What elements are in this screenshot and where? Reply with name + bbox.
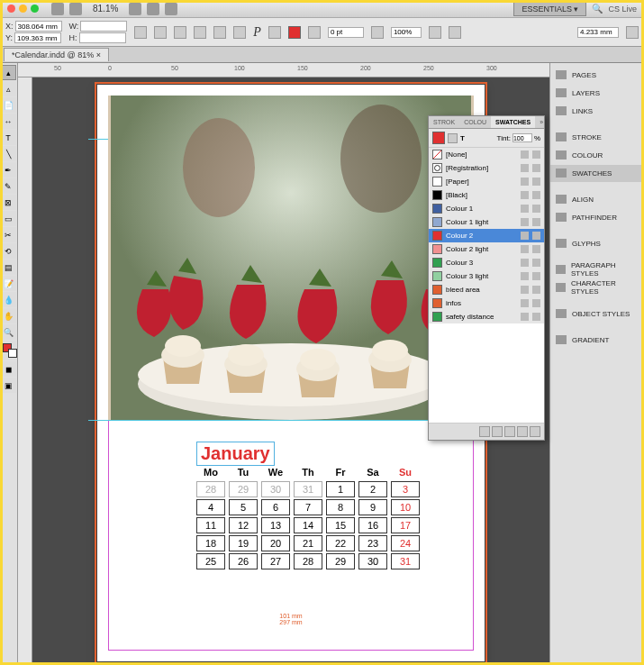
calendar-day-cell[interactable]: 23 <box>358 535 387 551</box>
flip-v-icon[interactable] <box>233 26 246 39</box>
scale-x-icon[interactable] <box>134 26 147 39</box>
formatting-container-icon[interactable] <box>448 133 458 143</box>
view-options-icon[interactable] <box>129 3 141 15</box>
align-panel-button[interactable]: ALIGN <box>550 191 644 208</box>
swatches-list[interactable]: [None][Registration][Paper][Black]Colour… <box>429 148 544 323</box>
pencil-tool[interactable]: ✎ <box>0 178 16 194</box>
workspace-switcher[interactable]: ESSENTIALS ▾ <box>513 2 586 16</box>
swatch-row[interactable]: Colour 1 light <box>429 215 544 229</box>
calendar-day-cell[interactable]: 30 <box>261 481 290 497</box>
stroke-weight-input[interactable] <box>328 27 364 38</box>
eyedropper-tool[interactable]: 💧 <box>0 292 16 307</box>
calendar-day-cell[interactable]: 29 <box>326 553 355 569</box>
panel-menu-icon[interactable] <box>626 26 639 39</box>
calendar-day-cell[interactable]: 19 <box>229 535 258 551</box>
calendar-day-cell[interactable]: 27 <box>261 553 290 569</box>
calendar-day-cell[interactable]: 30 <box>358 553 387 569</box>
paragraph-styles-panel-button[interactable]: PARAGRAPH STYLES <box>550 261 644 278</box>
paragraph-style-icon[interactable]: P <box>253 25 261 40</box>
direct-selection-tool[interactable]: ▵ <box>0 81 16 96</box>
calendar-day-cell[interactable]: 29 <box>229 481 258 497</box>
fit-frame-icon[interactable] <box>449 26 461 39</box>
show-all-swatches-icon[interactable] <box>479 426 490 437</box>
swatch-row[interactable]: Colour 3 <box>429 256 544 269</box>
x-input[interactable] <box>15 21 62 32</box>
show-gradient-swatches-icon[interactable] <box>504 426 515 437</box>
rotate-icon[interactable] <box>174 26 186 39</box>
show-color-swatches-icon[interactable] <box>492 426 503 437</box>
swatch-row[interactable]: infos <box>429 296 544 310</box>
calendar-day-cell[interactable]: 26 <box>229 553 258 569</box>
colour-tab[interactable]: COLOU <box>459 116 491 128</box>
pen-tool[interactable]: ✒ <box>0 162 16 178</box>
calendar-day-cell[interactable]: 5 <box>229 499 258 515</box>
selection-tool[interactable]: ▴ <box>0 65 16 80</box>
screen-mode-icon[interactable] <box>147 3 159 15</box>
calendar-day-cell[interactable]: 13 <box>261 517 290 533</box>
new-swatch-icon[interactable] <box>517 426 528 437</box>
note-tool[interactable]: 📝 <box>0 276 16 291</box>
cs-live-button[interactable]: CS Live <box>608 5 637 14</box>
apply-color-icon[interactable]: ◼ <box>0 361 16 377</box>
calendar-day-cell[interactable]: 9 <box>358 499 387 515</box>
pages-panel-button[interactable]: PAGES <box>550 67 644 84</box>
document-tab[interactable]: *Calendar.indd @ 81% × <box>4 48 109 61</box>
fill-stroke-swatch[interactable] <box>0 341 16 360</box>
opacity-input[interactable] <box>391 27 422 38</box>
swatch-row[interactable]: [Black] <box>429 188 544 202</box>
flip-h-icon[interactable] <box>213 26 226 39</box>
gap-tool[interactable]: ↔ <box>0 114 16 129</box>
object-styles-panel-button[interactable]: OBJECT STYLES <box>550 305 644 323</box>
calendar-day-cell[interactable]: 10 <box>391 499 420 515</box>
calendar-day-cell[interactable]: 8 <box>326 499 355 515</box>
fit-content-icon[interactable] <box>429 26 441 39</box>
swatch-row[interactable]: Colour 2 <box>429 229 544 242</box>
gradient-tool[interactable]: ▤ <box>0 260 16 275</box>
delete-swatch-icon[interactable] <box>530 426 540 437</box>
layers-panel-button[interactable]: LAYERS <box>550 85 644 102</box>
page-tool[interactable]: 📄 <box>0 97 16 113</box>
swatch-row[interactable]: [Paper] <box>429 175 544 188</box>
swatch-row[interactable]: Colour 2 light <box>429 242 544 256</box>
document-page[interactable]: January MoTuWeThFrSaSu282930311234567891… <box>97 85 485 661</box>
minimize-window-icon[interactable] <box>19 5 27 13</box>
zoom-level[interactable]: 81.1% <box>87 4 123 14</box>
swatches-tab[interactable]: SWATCHES <box>491 116 535 128</box>
rectangle-tool[interactable]: ▭ <box>0 211 16 226</box>
line-tool[interactable]: ╲ <box>0 146 16 161</box>
calendar-day-cell[interactable]: 20 <box>261 535 290 551</box>
glyphs-panel-button[interactable]: GLYPHS <box>550 235 644 252</box>
app-icon[interactable] <box>51 3 64 15</box>
stroke-swatch[interactable] <box>308 26 321 39</box>
calendar-day-cell[interactable]: 7 <box>294 499 322 515</box>
calendar-month-title[interactable]: January <box>196 442 275 466</box>
effects-icon[interactable] <box>371 26 384 39</box>
panel-collapse-icon[interactable]: » <box>535 116 548 128</box>
swatches-floating-panel[interactable]: STROK COLOU SWATCHES » T Tint: % [None][… <box>428 115 545 441</box>
swatch-row[interactable]: Colour 3 light <box>429 269 544 283</box>
swatch-row[interactable]: safety distance <box>429 310 544 323</box>
window-controls[interactable] <box>7 5 39 13</box>
calendar-day-cell[interactable]: 16 <box>358 517 387 533</box>
calendar-day-cell[interactable]: 1 <box>326 481 355 497</box>
vertical-ruler[interactable] <box>18 77 32 665</box>
current-fill-swatch[interactable] <box>432 132 445 144</box>
stroke-tab[interactable]: STROK <box>429 116 459 128</box>
calendar-day-cell[interactable]: 31 <box>391 553 420 569</box>
calendar-day-cell[interactable]: 3 <box>391 481 420 497</box>
stroke-panel-button[interactable]: STROKE <box>550 129 644 146</box>
h-input[interactable] <box>79 32 126 43</box>
calendar-day-cell[interactable]: 15 <box>326 517 355 533</box>
scale-y-icon[interactable] <box>154 26 167 39</box>
character-styles-panel-button[interactable]: CHARACTER STYLES <box>550 279 644 296</box>
close-tab-icon[interactable]: × <box>96 50 101 59</box>
calendar-day-cell[interactable]: 18 <box>196 535 225 551</box>
calendar-day-cell[interactable]: 31 <box>294 481 322 497</box>
calendar-day-cell[interactable]: 21 <box>294 535 322 551</box>
calendar-day-cell[interactable]: 24 <box>391 535 420 551</box>
close-window-icon[interactable] <box>7 5 15 13</box>
bridge-icon[interactable] <box>69 3 82 15</box>
gradient-panel-button[interactable]: GRADIENT <box>550 332 644 349</box>
formatting-text-icon[interactable]: T <box>460 134 465 142</box>
text-wrap-icon[interactable] <box>268 26 281 39</box>
